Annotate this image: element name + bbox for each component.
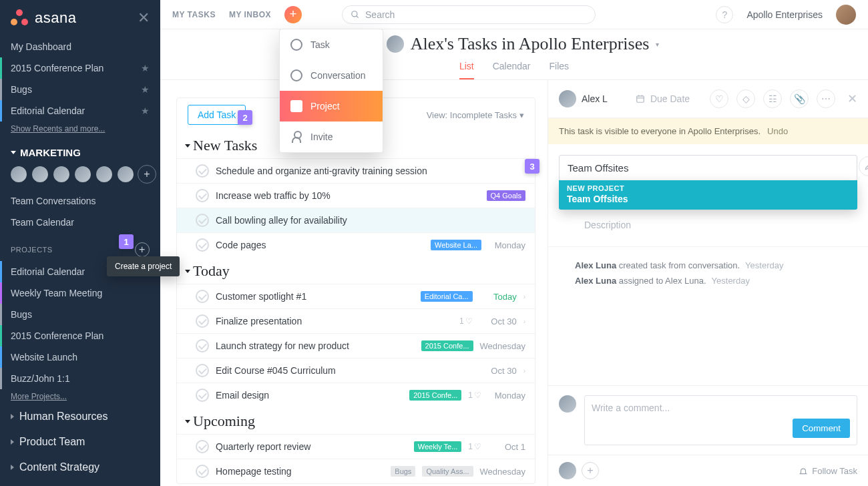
avatar[interactable] <box>9 165 28 184</box>
undo-visibility-link[interactable]: Undo <box>767 126 788 136</box>
add-menu-project[interactable]: Project <box>280 91 383 121</box>
task-row[interactable]: Code pages Website La... Monday <box>177 232 535 257</box>
subtasks-button[interactable]: ☷ <box>763 89 782 108</box>
task-row[interactable]: Edit Course #045 Curriculum Oct 30 › <box>177 358 535 383</box>
task-row[interactable]: Schedule and organize anti-gravity train… <box>177 158 535 183</box>
team-link-content[interactable]: Content Strategy <box>0 455 160 480</box>
sidebar-dashboard[interactable]: My Dashboard <box>0 36 160 57</box>
project-tag[interactable]: Weekly Te... <box>414 441 462 452</box>
project-tag[interactable]: Quality Ass... <box>422 466 473 477</box>
team-link-hr[interactable]: Human Resources <box>0 404 160 429</box>
sidebar-recent-item[interactable]: Editorial Calendar★ <box>0 100 160 121</box>
avatar[interactable] <box>52 165 71 184</box>
add-follower-button[interactable]: + <box>582 462 599 479</box>
add-member-button[interactable]: + <box>138 165 156 184</box>
section-upcoming[interactable]: Upcoming <box>177 407 535 434</box>
nav-my-inbox[interactable]: MY INBOX <box>229 10 271 19</box>
edit-icon[interactable] <box>859 156 868 176</box>
tags-button[interactable]: ◇ <box>736 89 755 108</box>
complete-checkbox[interactable] <box>196 364 209 377</box>
owner-avatar[interactable] <box>387 35 404 53</box>
title-dropdown-icon[interactable]: ▾ <box>656 41 659 48</box>
complete-checkbox[interactable] <box>196 314 209 328</box>
project-tag[interactable]: Website La... <box>431 240 481 250</box>
comment-input[interactable]: Write a comment... Comment <box>584 395 857 445</box>
submit-comment-button[interactable]: Comment <box>793 419 850 438</box>
complete-checkbox[interactable] <box>196 238 209 252</box>
add-menu-invite[interactable]: Invite <box>280 121 383 152</box>
project-input[interactable] <box>559 155 857 181</box>
task-row[interactable]: Launch strategy for new product 2015 Con… <box>177 333 535 358</box>
nav-my-tasks[interactable]: MY TASKS <box>172 10 216 19</box>
project-tag[interactable]: Bugs <box>391 466 415 477</box>
sidebar-project-item[interactable]: Weekly Team Meeting <box>0 282 160 304</box>
team-calendar-link[interactable]: Team Calendar <box>0 212 160 233</box>
assignee-field[interactable]: Alex L <box>559 90 608 107</box>
global-add-button[interactable]: + <box>284 6 302 23</box>
due-date-field[interactable]: Due Date <box>636 93 690 104</box>
complete-checkbox[interactable] <box>196 290 209 303</box>
sidebar-project-item[interactable]: 2015 Conference Plan <box>0 325 160 346</box>
more-projects-link[interactable]: More Projects... <box>0 389 160 404</box>
collapse-sidebar-icon[interactable]: ✕ <box>138 9 150 27</box>
complete-checkbox[interactable] <box>196 440 209 453</box>
sidebar-recent-item[interactable]: 2015 Conference Plan★ <box>0 57 160 79</box>
show-recents-link[interactable]: Show Recents and more... <box>0 121 160 136</box>
project-tag[interactable]: Q4 Goals <box>487 190 525 201</box>
complete-checkbox[interactable] <box>196 465 209 478</box>
task-row[interactable]: Finalize presentation 1♡ Oct 30 › <box>177 308 535 333</box>
like-count[interactable]: 1♡ <box>468 442 481 451</box>
description-placeholder[interactable]: Description <box>548 214 868 247</box>
more-actions-button[interactable]: ⋯ <box>817 89 835 108</box>
current-user-avatar[interactable] <box>836 5 856 25</box>
task-row[interactable]: Quarterly report review Weekly Te... 1♡ … <box>177 434 535 459</box>
view-selector[interactable]: View: Incomplete Tasks▾ <box>427 110 524 120</box>
close-panel-icon[interactable]: ✕ <box>847 91 857 106</box>
star-icon[interactable]: ★ <box>141 84 150 95</box>
add-menu-conversation[interactable]: Conversation <box>280 60 383 91</box>
task-row[interactable]: Increase web traffic by 10% Q4 Goals <box>177 183 535 208</box>
tab-calendar[interactable]: Calendar <box>493 61 531 79</box>
complete-checkbox[interactable] <box>196 339 209 352</box>
help-button[interactable]: ? <box>716 6 733 23</box>
star-icon[interactable]: ★ <box>141 105 150 116</box>
project-tag[interactable]: 2015 Confe... <box>421 340 473 351</box>
workspace-switch[interactable]: Apollo Enterprises <box>746 9 823 20</box>
follower-avatar[interactable] <box>559 462 576 479</box>
complete-checkbox[interactable] <box>196 164 209 178</box>
attach-button[interactable]: 📎 <box>790 89 809 108</box>
sidebar-project-item[interactable]: Buzz/John 1:1 <box>0 368 160 389</box>
team-link-product[interactable]: Product Team <box>0 429 160 455</box>
dropdown-option[interactable]: Team Offsites <box>567 194 849 204</box>
like-count[interactable]: 1♡ <box>459 316 473 326</box>
create-project-button[interactable]: + <box>135 242 150 257</box>
complete-checkbox[interactable] <box>196 189 209 202</box>
project-tag[interactable]: Editorial Ca... <box>421 291 473 302</box>
tab-list[interactable]: List <box>459 61 474 79</box>
task-row[interactable]: Customer spotlight #1 Editorial Ca... To… <box>177 284 535 308</box>
like-count[interactable]: 1♡ <box>468 391 481 400</box>
project-tag[interactable]: 2015 Confe... <box>409 390 461 401</box>
task-row[interactable]: Homepage testing Bugs Quality Ass... Wed… <box>177 459 535 483</box>
global-search[interactable]: Search <box>342 5 596 24</box>
tab-files[interactable]: Files <box>550 61 570 79</box>
avatar[interactable] <box>73 165 92 184</box>
avatar[interactable] <box>95 165 114 184</box>
sidebar-project-item[interactable]: Website Launch <box>0 346 160 368</box>
avatar[interactable] <box>31 165 49 184</box>
task-row[interactable]: Call bowling alley for availability <box>177 208 535 232</box>
complete-checkbox[interactable] <box>196 214 209 227</box>
team-conversations-link[interactable]: Team Conversations <box>0 190 160 212</box>
sidebar-recent-item[interactable]: Bugs★ <box>0 79 160 100</box>
like-button[interactable]: ♡ <box>710 89 728 108</box>
section-today[interactable]: Today <box>177 257 535 284</box>
browse-teams-link[interactable]: Browse More Teams <box>0 480 160 486</box>
avatar[interactable] <box>116 165 135 184</box>
follow-task-link[interactable]: Follow Task <box>799 466 857 476</box>
complete-checkbox[interactable] <box>196 389 209 402</box>
star-icon[interactable]: ★ <box>141 63 150 73</box>
task-row[interactable]: Email design 2015 Confe... 1♡ Monday <box>177 383 535 407</box>
add-menu-task[interactable]: Task <box>280 29 383 60</box>
team-header-marketing[interactable]: MARKETING <box>0 136 160 165</box>
sidebar-project-item[interactable]: Bugs <box>0 304 160 325</box>
